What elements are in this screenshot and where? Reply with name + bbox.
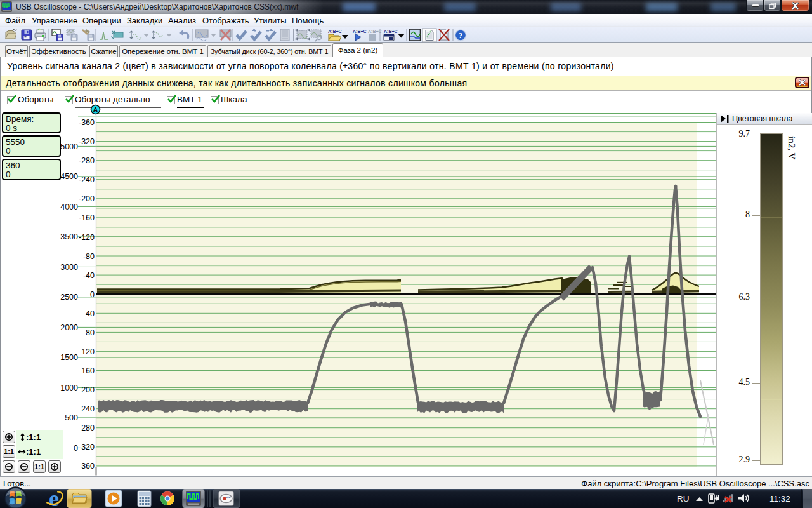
svg-text:?: ? — [459, 31, 462, 40]
svg-text:11:32: 11:32 — [769, 494, 790, 504]
svg-text:40: 40 — [86, 309, 95, 318]
svg-text:A:B+C: A:B+C — [328, 29, 342, 34]
svg-text:-120: -120 — [79, 233, 95, 242]
svg-text:A: A — [93, 106, 98, 114]
svg-text:3500: 3500 — [60, 232, 78, 241]
svg-text:0: 0 — [90, 290, 95, 299]
svg-text:120: 120 — [81, 347, 95, 356]
svg-text:80: 80 — [86, 328, 95, 337]
svg-text:-40: -40 — [83, 271, 95, 280]
svg-text:A:B+C: A:B+C — [353, 29, 367, 34]
svg-text:500: 500 — [65, 413, 78, 422]
svg-text:4500: 4500 — [60, 172, 78, 181]
svg-text:-280: -280 — [79, 156, 95, 165]
svg-text:1500: 1500 — [60, 353, 78, 362]
svg-text:280: 280 — [81, 424, 95, 432]
svg-text:0: 0 — [74, 444, 78, 453]
svg-text:-360: -360 — [79, 118, 95, 127]
svg-text:A:B+C: A:B+C — [384, 29, 398, 34]
svg-text:5000: 5000 — [60, 142, 78, 151]
svg-text:240: 240 — [81, 404, 95, 413]
svg-text:-240: -240 — [79, 175, 95, 184]
svg-text:-200: -200 — [79, 194, 95, 203]
svg-text:360: 360 — [81, 462, 95, 471]
svg-text:320: 320 — [81, 443, 95, 451]
svg-text:A:B+C: A:B+C — [368, 29, 382, 34]
svg-text:RU: RU — [677, 494, 690, 504]
svg-text:-160: -160 — [79, 213, 95, 222]
svg-text:3000: 3000 — [60, 263, 78, 272]
svg-text:2500: 2500 — [60, 293, 78, 302]
svg-text:4000: 4000 — [60, 203, 78, 211]
svg-text:-80: -80 — [83, 252, 95, 261]
svg-text:160: 160 — [81, 366, 95, 375]
svg-text:200: 200 — [81, 385, 95, 394]
svg-text:2000: 2000 — [60, 323, 78, 332]
svg-text:1000: 1000 — [60, 384, 78, 392]
svg-text:-320: -320 — [79, 137, 95, 146]
